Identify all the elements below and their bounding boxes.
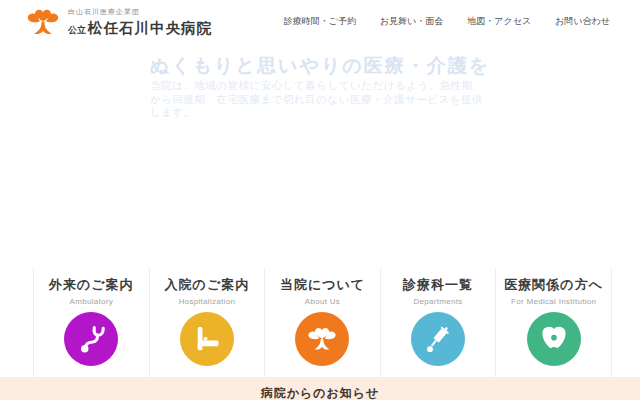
site-header: 白山石川医療企業団 公立松任石川中央病院 診療時間・ご予約 お見舞い・面会 地図…	[0, 0, 640, 45]
card-hospitalization[interactable]: 入院のご案内 Hospitalization	[149, 268, 265, 377]
card-departments[interactable]: 診療科一覧 Departments	[380, 268, 496, 377]
card-title: 当院について	[265, 276, 380, 294]
card-title: 診療科一覧	[381, 276, 496, 294]
hospital-name-prefix: 公立	[68, 25, 86, 35]
hero-section: ぬくもりと思いやりの医療・介護を 当院は、地域の皆様に安心して暮らしていただける…	[0, 45, 640, 268]
hospital-name-block: 白山石川医療企業団 公立松任石川中央病院	[68, 7, 212, 38]
hero-description: 当院は、地域の皆様に安心して暮らしていただけるよう、急性期 から回復期、在宅医療…	[150, 79, 483, 120]
doctor-icon	[527, 312, 581, 366]
hero-description-line: 当院は、地域の皆様に安心して暮らしていただけるよう、急性期	[150, 79, 483, 93]
stethoscope-icon	[64, 312, 118, 366]
card-ambulatory[interactable]: 外来のご案内 Ambulatory	[33, 268, 149, 377]
card-subtitle: Ambulatory	[34, 297, 149, 306]
nav-link-contact[interactable]: お問い合わせ	[555, 15, 610, 28]
news-section: 病院からのお知らせ	[0, 377, 640, 400]
card-about-us[interactable]: 当院について About Us	[264, 268, 380, 377]
quick-menu: 外来のご案内 Ambulatory 入院のご案内 Hospitalization…	[33, 268, 612, 377]
card-subtitle: Hospitalization	[150, 297, 265, 306]
card-title: 医療関係の方へ	[496, 276, 611, 294]
hospital-name: 松任石川中央病院	[88, 20, 212, 36]
card-subtitle: About Us	[265, 297, 380, 306]
hospital-flower-logo-icon	[25, 5, 61, 39]
hospital-flower-logo-icon	[295, 312, 349, 366]
card-title: 外来のご案内	[34, 276, 149, 294]
nav-link-visiting[interactable]: お見舞い・面会	[380, 15, 443, 28]
hero-description-line: します。	[150, 106, 483, 120]
hospital-bed-icon	[180, 312, 234, 366]
hero-title: ぬくもりと思いやりの医療・介護を	[0, 45, 640, 79]
utility-nav: 診療時間・ご予約 お見舞い・面会 地図・アクセス お問い合わせ	[284, 15, 610, 28]
syringe-icon	[411, 312, 465, 366]
card-title: 入院のご案内	[150, 276, 265, 294]
nav-link-access-map[interactable]: 地図・アクセス	[467, 15, 531, 28]
card-for-medical-institution[interactable]: 医療関係の方へ For Medical Institution	[495, 268, 612, 377]
news-heading: 病院からのお知らせ	[0, 377, 640, 400]
hero-description-line: から回復期、在宅医療まで切れ目のない医療・介護サービスを提供	[150, 93, 483, 107]
home-logo-link[interactable]: 白山石川医療企業団 公立松任石川中央病院	[25, 5, 212, 39]
nav-link-hours-reservation[interactable]: 診療時間・ご予約	[284, 15, 356, 28]
card-subtitle: Departments	[381, 297, 496, 306]
card-subtitle: For Medical Institution	[496, 297, 611, 306]
organization-name: 白山石川医療企業団	[68, 7, 212, 17]
